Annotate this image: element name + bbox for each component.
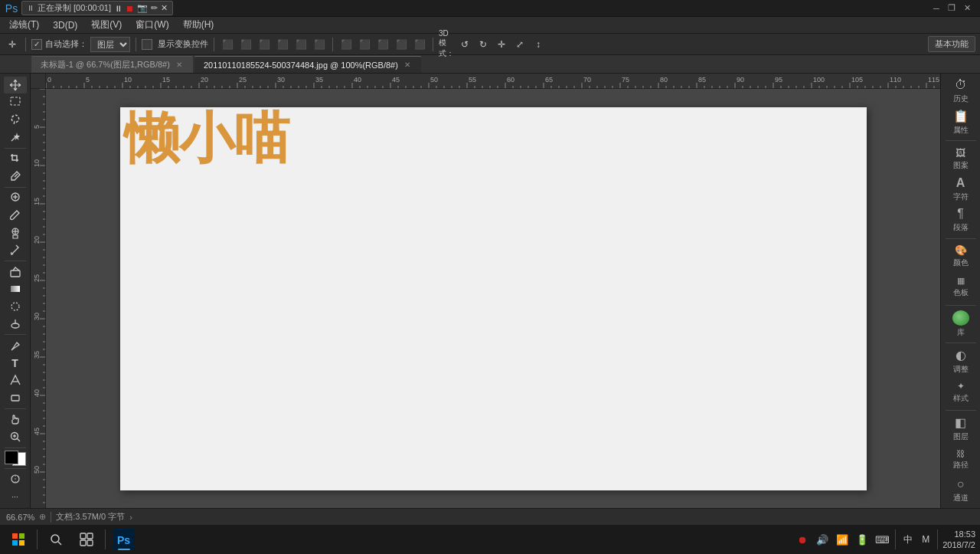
panel-pattern[interactable]: 🖼 图案 xyxy=(943,144,978,173)
panel-styles[interactable]: ✦ 样式 xyxy=(943,378,978,407)
pause-btn[interactable]: ⏸ xyxy=(114,4,122,13)
svg-line-19 xyxy=(17,438,20,441)
3d-btn3[interactable]: ✛ xyxy=(494,37,509,52)
minimize-btn[interactable]: ─ xyxy=(929,2,943,15)
tray-record-icon[interactable]: ⏺ xyxy=(794,531,811,548)
3d-mode-icon[interactable]: 3D 模式： xyxy=(439,37,454,52)
basic-func-btn[interactable]: 基本功能 xyxy=(928,36,975,52)
sep5 xyxy=(433,38,433,51)
menu-3d[interactable]: 3D(D) xyxy=(47,18,83,32)
tool-selection[interactable] xyxy=(4,94,27,111)
camera-icon[interactable]: 📷 xyxy=(137,3,148,13)
show-transform-label: 显示变换控件 xyxy=(158,38,208,50)
align-vcenter-icon[interactable]: ⬛ xyxy=(238,37,253,52)
align-bottom-icon[interactable]: ⬛ xyxy=(256,37,272,52)
panel-paths[interactable]: ⛓ 路径 xyxy=(943,445,978,474)
taskbar: Ps ⏺ 🔊 📶 🔋 ⌨ 中 M 18:53 2018/7/2 xyxy=(0,525,980,554)
tool-zoom[interactable] xyxy=(4,428,27,445)
tool-path-selection[interactable] xyxy=(4,372,27,389)
paths-icon: ⛓ xyxy=(956,449,965,458)
menu-view[interactable]: 视图(V) xyxy=(85,17,128,33)
tool-pen[interactable] xyxy=(4,337,27,354)
tab-untitled-close[interactable]: ✕ xyxy=(175,61,184,70)
tool-spot-heal[interactable] xyxy=(4,190,27,207)
tray-icon4[interactable]: ⌨ xyxy=(874,531,890,548)
align-top-icon[interactable]: ⬛ xyxy=(220,37,235,52)
tool-gradient[interactable] xyxy=(4,281,27,298)
dist-icon2[interactable]: ⬛ xyxy=(357,37,372,52)
fg-bg-color[interactable] xyxy=(5,451,26,466)
tool-shape[interactable] xyxy=(4,389,27,406)
menu-window[interactable]: 窗口(W) xyxy=(129,17,175,33)
tool-extra[interactable]: ··· xyxy=(4,488,27,505)
clock-date: 2018/7/2 xyxy=(942,539,975,550)
canvas-scroll[interactable]: 懒小喵 xyxy=(46,89,940,508)
dist-icon1[interactable]: ⬛ xyxy=(338,37,354,52)
tool-dodge[interactable] xyxy=(4,316,27,333)
tool-crop[interactable] xyxy=(4,150,27,167)
tool-brush[interactable] xyxy=(4,207,27,224)
tool-text[interactable]: T xyxy=(4,355,27,372)
taskbar-search[interactable] xyxy=(42,527,70,552)
panel-swatches[interactable]: ▦ 色板 xyxy=(943,273,978,302)
properties-label: 属性 xyxy=(953,125,969,136)
panel-layers[interactable]: ◧ 图层 xyxy=(943,414,978,444)
system-clock[interactable]: 18:53 2018/7/2 xyxy=(942,529,975,551)
show-transform-check[interactable] xyxy=(142,39,152,50)
pencil-icon[interactable]: ✏ xyxy=(151,3,158,13)
panel-channels[interactable]: ○ 通道 xyxy=(943,476,978,505)
taskbar-ps[interactable]: Ps xyxy=(110,527,138,552)
tray-icon1[interactable]: 🔊 xyxy=(814,531,831,548)
align-left-icon[interactable]: ⬛ xyxy=(275,37,290,52)
tool-magic-wand[interactable] xyxy=(4,129,27,146)
tab-photo-close[interactable]: ✕ xyxy=(403,61,412,70)
panel-color[interactable]: 🎨 颜色 xyxy=(943,241,978,270)
stop-dot[interactable]: ⏹ xyxy=(126,4,134,13)
3d-btn1[interactable]: ↺ xyxy=(457,37,472,52)
panel-history[interactable]: ⏱ 历史 xyxy=(943,77,978,106)
tool-history-brush[interactable] xyxy=(4,241,27,258)
doc-size-arrow[interactable]: › xyxy=(129,513,132,522)
maximize-btn[interactable]: ❐ xyxy=(945,2,959,15)
3d-btn4[interactable]: ⤢ xyxy=(512,37,528,52)
menu-filter[interactable]: 滤镜(T) xyxy=(3,17,45,33)
panel-paragraph[interactable]: ¶ 段落 xyxy=(943,205,978,234)
tool-move[interactable] xyxy=(4,77,27,93)
taskbar-task-view[interactable] xyxy=(73,527,100,552)
panel-character[interactable]: A 字符 xyxy=(943,175,978,204)
menu-help[interactable]: 帮助(H) xyxy=(177,17,220,33)
3d-btn2[interactable]: ↻ xyxy=(475,37,491,52)
tool-clone[interactable] xyxy=(4,225,27,241)
move-tool-options-icon[interactable]: ✛ xyxy=(5,37,20,52)
lang-indicator[interactable]: 中 xyxy=(900,533,916,546)
recording-close[interactable]: ✕ xyxy=(161,3,168,13)
ime-indicator[interactable]: M xyxy=(919,534,933,545)
sep3 xyxy=(214,38,214,51)
tool-eraser[interactable] xyxy=(4,264,27,280)
tab-untitled[interactable]: 未标题-1 @ 66.7%(图层1,RGB/8#) ✕ xyxy=(31,56,194,73)
fg-color-swatch[interactable] xyxy=(5,451,18,464)
tool-mask-mode[interactable] xyxy=(4,471,27,488)
svg-line-15 xyxy=(11,349,13,350)
panel-properties[interactable]: 📋 属性 xyxy=(943,107,978,137)
auto-select-check[interactable]: ✓ xyxy=(31,39,42,50)
panel-adjustments[interactable]: ◐ 调整 xyxy=(943,346,978,376)
tool-blur[interactable] xyxy=(4,298,27,315)
panel-libraries[interactable]: 库 xyxy=(943,309,978,339)
tool-lasso[interactable] xyxy=(4,111,27,128)
tool-sep1 xyxy=(5,148,26,149)
align-hcenter-icon[interactable]: ⬛ xyxy=(293,37,309,52)
align-right-icon[interactable]: ⬛ xyxy=(312,37,327,52)
dist-icon4[interactable]: ⬛ xyxy=(394,37,409,52)
layer-type-select[interactable]: 图层 组 xyxy=(90,37,130,52)
tray-icon3[interactable]: 🔋 xyxy=(854,531,871,548)
tab-photo[interactable]: 20110110185524-500374484.jpg @ 100%(RGB/… xyxy=(194,56,422,73)
tray-icon2[interactable]: 📶 xyxy=(834,531,851,548)
tool-eyedropper[interactable] xyxy=(4,168,27,185)
dist-icon3[interactable]: ⬛ xyxy=(375,37,390,52)
3d-btn5[interactable]: ↕ xyxy=(531,37,546,52)
close-btn[interactable]: ✕ xyxy=(960,2,974,15)
start-button[interactable] xyxy=(5,527,32,552)
tool-hand[interactable] xyxy=(4,411,27,428)
dist-icon5[interactable]: ⬛ xyxy=(412,37,427,52)
